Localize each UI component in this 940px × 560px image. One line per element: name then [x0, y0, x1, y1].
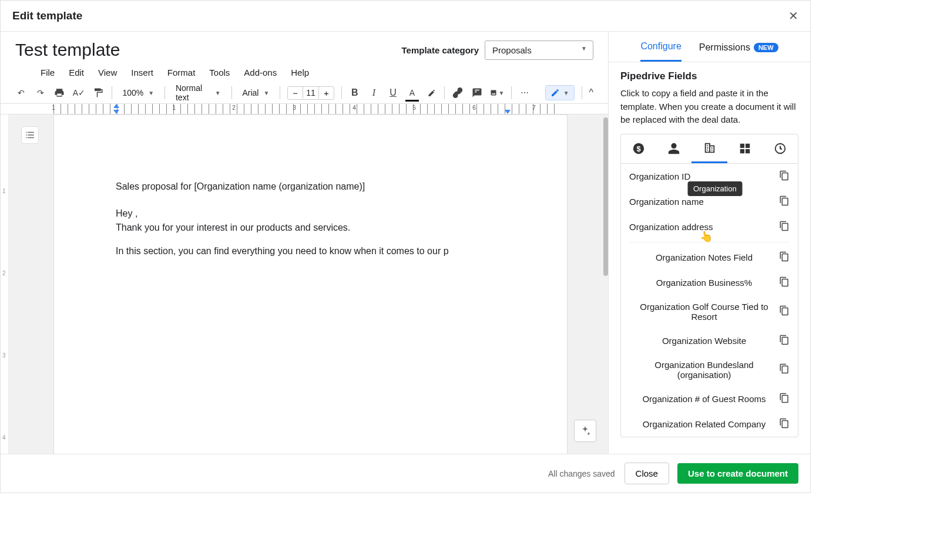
- copy-icon[interactable]: [779, 195, 790, 208]
- modal-title: Edit template: [12, 9, 82, 22]
- horizontal-ruler[interactable]: 1 1 2 3 4 5 6 7: [1, 104, 608, 114]
- indent-marker-icon[interactable]: [505, 110, 511, 114]
- field-tab-organization[interactable]: [691, 134, 727, 163]
- paint-format-icon[interactable]: [92, 86, 105, 100]
- undo-icon[interactable]: ↶: [15, 86, 28, 100]
- chevron-down-icon: ▼: [215, 90, 221, 96]
- copy-icon[interactable]: [779, 393, 790, 405]
- body-text[interactable]: Sales proposal for [Organization name (o…: [116, 180, 505, 194]
- underline-button[interactable]: U: [387, 86, 400, 100]
- panel-title: Pipedrive Fields: [620, 70, 798, 82]
- chevron-down-icon: ▼: [263, 90, 269, 96]
- cursor-icon: 👆: [699, 229, 713, 244]
- field-tab-deal[interactable]: $: [621, 134, 656, 163]
- close-button[interactable]: Close: [625, 463, 669, 484]
- copy-icon[interactable]: [779, 335, 790, 347]
- explore-icon[interactable]: [574, 420, 596, 442]
- panel-description: Click to copy a field and paste it in th…: [620, 87, 798, 127]
- close-icon[interactable]: ✕: [788, 9, 798, 23]
- zoom-select[interactable]: 100% ▼: [119, 88, 157, 97]
- menu-help[interactable]: Help: [291, 68, 309, 77]
- svg-text:$: $: [637, 144, 641, 153]
- clock-icon: [774, 142, 787, 155]
- font-size-stepper[interactable]: − 11 +: [287, 86, 334, 100]
- vertical-ruler[interactable]: 1 2 3 4: [1, 114, 9, 454]
- category-select[interactable]: Proposals: [485, 41, 593, 60]
- new-badge: NEW: [754, 43, 778, 52]
- product-icon: [738, 142, 751, 155]
- fontsize-value[interactable]: 11: [303, 87, 319, 99]
- field-tab-person[interactable]: [656, 134, 691, 163]
- vertical-scrollbar[interactable]: [602, 114, 608, 454]
- indent-marker-icon[interactable]: [113, 104, 119, 108]
- link-icon[interactable]: [452, 86, 464, 100]
- italic-button[interactable]: I: [368, 86, 380, 100]
- field-item[interactable]: Organization Related Company: [621, 411, 798, 437]
- outline-icon[interactable]: [21, 126, 39, 144]
- text-color-icon[interactable]: A: [406, 86, 418, 100]
- dollar-icon: $: [632, 142, 645, 155]
- copy-icon[interactable]: [779, 170, 790, 183]
- field-item[interactable]: Organization # of Guest Rooms: [621, 386, 798, 411]
- fontsize-decrease[interactable]: −: [288, 87, 303, 99]
- field-tab-product[interactable]: [727, 134, 763, 163]
- tooltip: Organization: [687, 181, 743, 196]
- tab-configure[interactable]: Configure: [640, 41, 681, 62]
- menu-addons[interactable]: Add-ons: [244, 68, 277, 77]
- body-text[interactable]: In this section, you can find everything…: [116, 244, 505, 258]
- person-icon: [667, 142, 680, 155]
- collapse-toolbar-icon[interactable]: ^: [589, 87, 593, 98]
- menu-insert[interactable]: Insert: [131, 68, 153, 77]
- paragraph-style-select[interactable]: Normal text ▼: [172, 83, 224, 102]
- field-item[interactable]: Organization Business%: [621, 270, 798, 295]
- chevron-down-icon: ▼: [148, 90, 154, 96]
- field-tab-activity[interactable]: [763, 134, 798, 163]
- spellcheck-icon[interactable]: A✓: [73, 86, 85, 100]
- field-item[interactable]: Organization Website: [621, 328, 798, 353]
- highlight-icon[interactable]: [425, 86, 438, 100]
- comment-icon[interactable]: [471, 86, 484, 100]
- save-status: All changes saved: [548, 469, 615, 478]
- field-item[interactable]: Organization Bundesland (organisation): [621, 353, 798, 386]
- tab-permissions[interactable]: Permissions NEW: [699, 41, 778, 62]
- menubar: File Edit View Insert Format Tools Add-o…: [1, 63, 608, 82]
- copy-icon[interactable]: [779, 276, 790, 289]
- print-icon[interactable]: [53, 86, 66, 100]
- field-item[interactable]: Organization Golf Course Tied to Resort: [621, 295, 798, 328]
- image-icon[interactable]: ▼: [490, 86, 504, 100]
- menu-file[interactable]: File: [41, 68, 55, 77]
- edit-mode-button[interactable]: ▼: [545, 85, 575, 100]
- create-document-button[interactable]: Use to create document: [677, 463, 798, 484]
- redo-icon[interactable]: ↷: [35, 86, 47, 100]
- copy-icon[interactable]: [779, 363, 790, 376]
- document-page[interactable]: Sales proposal for [Organization name (o…: [53, 114, 568, 454]
- font-select[interactable]: Arial ▼: [239, 88, 273, 97]
- copy-icon[interactable]: [779, 221, 790, 233]
- body-text[interactable]: Hey , Thank you for your interest in our…: [116, 207, 505, 235]
- copy-icon[interactable]: [779, 251, 790, 264]
- chevron-down-icon: ▼: [498, 90, 504, 96]
- more-icon[interactable]: ⋯: [519, 86, 531, 100]
- indent-marker-icon[interactable]: [113, 110, 119, 114]
- document-title[interactable]: Test template: [15, 40, 120, 60]
- fontsize-increase[interactable]: +: [319, 87, 334, 99]
- field-item[interactable]: Organization Notes Field: [621, 245, 798, 270]
- copy-icon[interactable]: [779, 418, 790, 430]
- menu-format[interactable]: Format: [167, 68, 196, 77]
- category-label: Template category: [402, 45, 479, 55]
- chevron-down-icon: ▼: [563, 90, 569, 96]
- copy-icon[interactable]: [779, 305, 790, 318]
- scrollbar-thumb[interactable]: [603, 117, 608, 276]
- menu-edit[interactable]: Edit: [69, 68, 84, 77]
- menu-view[interactable]: View: [98, 68, 117, 77]
- menu-tools[interactable]: Tools: [209, 68, 230, 77]
- bold-button[interactable]: B: [349, 86, 361, 100]
- organization-icon: [703, 141, 716, 154]
